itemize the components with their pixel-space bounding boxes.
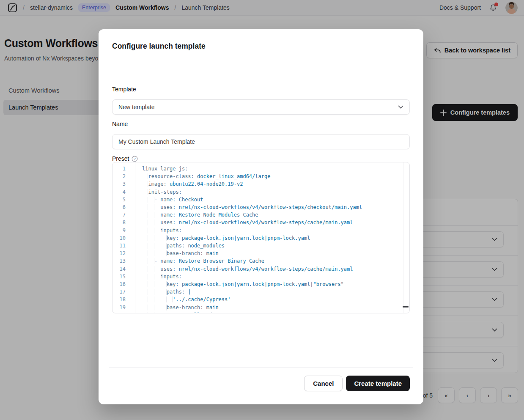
preset-label: Preset ? bbox=[112, 155, 138, 162]
code-line: 13 - name: Restore Browser Binary Cache bbox=[112, 257, 403, 265]
code-line: 20 - name: Install Node bbox=[112, 311, 403, 313]
code-line: 7 - name: Restore Node Modules Cache bbox=[112, 211, 403, 219]
code-line: 6 uses: nrwl/nx-cloud-workflows/v4/workf… bbox=[112, 203, 403, 211]
editor-scrollbar[interactable] bbox=[403, 162, 409, 313]
template-select[interactable]: New template bbox=[112, 99, 410, 115]
svg-text:?: ? bbox=[134, 157, 136, 161]
code-line: 12 base-branch: main bbox=[112, 250, 403, 257]
code-line: 17 paths: | bbox=[112, 288, 403, 296]
code-line: 18 '../.cache/Cypress' bbox=[112, 296, 403, 303]
name-field-wrap bbox=[112, 134, 410, 149]
template-label: Template bbox=[112, 86, 136, 93]
code-line: 19 base-branch: main bbox=[112, 304, 403, 311]
code-line: 10 key: package-lock.json|yarn.lock|pnpm… bbox=[112, 234, 403, 242]
code-line: 1linux-large-js: bbox=[112, 165, 403, 173]
chevron-down-icon bbox=[398, 105, 403, 109]
code-line: 5 - name: Checkout bbox=[112, 196, 403, 203]
question-circle-icon[interactable]: ? bbox=[132, 156, 138, 162]
modal-title: Configure launch template bbox=[112, 42, 206, 51]
yaml-code-editor[interactable]: 1linux-large-js:2 resource-class: docker… bbox=[112, 162, 410, 313]
code-line: 14 uses: nrwl/nx-cloud-workflows/v4/work… bbox=[112, 265, 403, 273]
code-line: 11 paths: node_modules bbox=[112, 242, 403, 250]
editor-resize-handle[interactable] bbox=[403, 306, 409, 307]
name-input[interactable] bbox=[118, 138, 403, 145]
code-line: 2 resource-class: docker_linux_amd64/lar… bbox=[112, 173, 403, 180]
code-line: 8 uses: nrwl/nx-cloud-workflows/v4/workf… bbox=[112, 219, 403, 226]
footer-divider bbox=[109, 368, 413, 368]
code-line: 3 image: ubuntu22.04-node20.19-v2 bbox=[112, 180, 403, 188]
code-line: 9 inputs: bbox=[112, 227, 403, 234]
code-line: 15 inputs: bbox=[112, 273, 403, 280]
cancel-button[interactable]: Cancel bbox=[304, 376, 343, 391]
template-select-value: New template bbox=[118, 104, 398, 110]
configure-launch-template-modal: Configure launch template Template New t… bbox=[99, 29, 423, 404]
code-lines: 1linux-large-js:2 resource-class: docker… bbox=[112, 162, 403, 313]
create-template-button[interactable]: Create template bbox=[346, 376, 410, 391]
name-label: Name bbox=[112, 121, 128, 127]
code-line: 16 key: package-lock.json|yarn.lock|pnpm… bbox=[112, 280, 403, 288]
code-line: 4 init-steps: bbox=[112, 188, 403, 196]
